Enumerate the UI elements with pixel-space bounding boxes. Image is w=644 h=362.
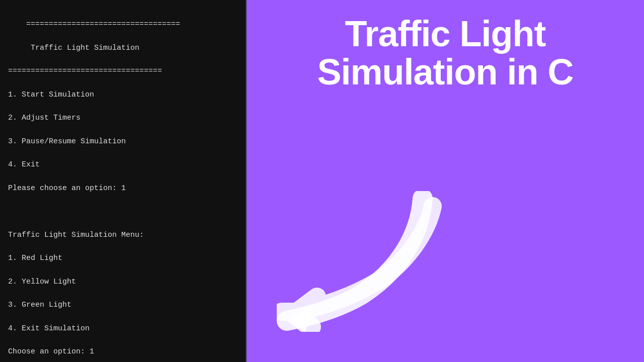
main-title: Traffic Light Simulation in C — [317, 15, 573, 91]
menu-item-3: 3. Pause/Resume Simulation — [8, 137, 126, 146]
menu-item-4: 4. Exit — [8, 160, 40, 169]
sim-option-prompt: Choose an option: 1 — [8, 347, 94, 356]
sim-menu-item-3: 3. Green Light — [8, 301, 71, 309]
divider-top: ================================== — [26, 20, 180, 29]
divider-bottom: ================================== — [8, 67, 162, 75]
terminal-content: ================================== Traff… — [8, 7, 237, 362]
sim-menu-item-1: 1. Red Light — [8, 254, 62, 262]
title-line1: Traffic Light — [345, 14, 545, 54]
terminal-title: Traffic Light Simulation — [8, 44, 139, 52]
terminal-panel: ================================== Traff… — [0, 0, 247, 362]
menu-item-1: 1. Start Simulation — [8, 90, 94, 99]
sim-menu-header: Traffic Light Simulation Menu: — [8, 231, 144, 239]
arrow-curved — [277, 191, 448, 332]
option-prompt: Please choose an option: 1 — [8, 184, 126, 193]
title-line2: Simulation in C — [317, 52, 573, 92]
arrow-container — [277, 191, 448, 332]
info-panel: Traffic Light Simulation in C — [247, 0, 644, 362]
menu-item-2: 2. Adjust Timers — [8, 114, 80, 122]
sim-menu-item-2: 2. Yellow Light — [8, 278, 76, 286]
sim-menu-item-4: 4. Exit Simulation — [8, 324, 90, 333]
